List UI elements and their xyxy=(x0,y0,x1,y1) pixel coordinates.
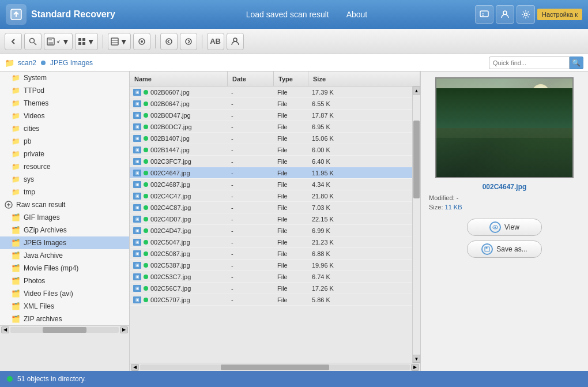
file-list-body[interactable]: ▣ 002B0607.jpg - File 17.39 K ▣ 002B0647… xyxy=(130,87,412,363)
hscroll-thumb[interactable] xyxy=(221,365,329,370)
svg-point-17 xyxy=(166,39,172,44)
sidebar-item-gzip[interactable]: 🗂️ GZip Archives xyxy=(0,224,129,236)
folder-icon-gray: 🗂️ xyxy=(12,277,20,285)
back-button[interactable] xyxy=(5,33,22,50)
account-button[interactable] xyxy=(496,5,514,24)
file-size: 6.74 K xyxy=(308,273,412,280)
profile-button[interactable] xyxy=(227,33,244,50)
scan-button[interactable] xyxy=(133,33,150,50)
file-size: 4.34 K xyxy=(308,181,412,188)
svg-rect-6 xyxy=(48,38,52,40)
sidebar-scroll-track[interactable] xyxy=(10,327,119,333)
sidebar-item-xml[interactable]: 🗂️ XML Files xyxy=(0,300,129,313)
table-row[interactable]: ▣ 002C3FC7.jpg - File 6.40 K xyxy=(130,156,412,167)
table-row[interactable]: ▣ 002C56C7.jpg - File 17.26 K xyxy=(130,283,412,294)
hscroll-right-arrow[interactable]: ▶ xyxy=(411,364,419,371)
file-size: 17.26 K xyxy=(308,285,412,292)
sidebar-item-java[interactable]: 🗂️ Java Archive xyxy=(0,249,129,262)
folder-icon: 📁 xyxy=(12,150,20,158)
load-scan-nav[interactable]: Load saved scan result xyxy=(246,10,329,19)
sidebar-item-jpeg[interactable]: 🗂️ JPEG Images xyxy=(0,236,129,249)
list-view-button[interactable]: ▼ xyxy=(75,33,98,50)
sidebar-item-zip[interactable]: 🗂️ ZIP archives xyxy=(0,313,129,325)
sidebar-item-photos[interactable]: 🗂️ Photos xyxy=(0,275,129,287)
table-row[interactable]: ▣ 002C4C47.jpg - File 21.80 K xyxy=(130,190,412,202)
header: Standard Recovery Load saved scan result… xyxy=(0,0,588,29)
about-nav[interactable]: About xyxy=(346,10,368,19)
col-header-name[interactable]: Name xyxy=(130,72,228,86)
table-row[interactable]: ▣ 002B0647.jpg - File 6.55 K xyxy=(130,98,412,110)
next-button[interactable] xyxy=(180,33,197,50)
sidebar-item-sys[interactable]: 📁 sys xyxy=(0,173,129,186)
table-row[interactable]: ▣ 002C5047.jpg - File 21.23 K xyxy=(130,236,412,248)
col-header-size[interactable]: Size xyxy=(308,72,420,86)
table-row[interactable]: ▣ 002B0DC7.jpg - File 6.95 K xyxy=(130,121,412,133)
save-as-button[interactable]: Save as... xyxy=(467,241,542,258)
table-row[interactable]: ▣ 002C5707.jpg - File 5.86 K xyxy=(130,294,412,306)
sidebar-item-resource[interactable]: 📁 resource xyxy=(0,160,129,173)
table-row[interactable]: ▣ 002C4C87.jpg - File 7.03 K xyxy=(130,202,412,213)
table-row[interactable]: ▣ 002C4687.jpg - File 4.34 K xyxy=(130,179,412,190)
sidebar-item-video-avi[interactable]: 🗂️ Video Files (avi) xyxy=(0,287,129,300)
table-row[interactable]: ▣ 002B1407.jpg - File 15.06 K xyxy=(130,133,412,144)
green-dot xyxy=(144,275,148,279)
file-type: File xyxy=(274,89,308,96)
messages-button[interactable] xyxy=(475,5,493,24)
svg-rect-10 xyxy=(78,42,81,45)
file-type: File xyxy=(274,216,308,223)
sidebar-item-system[interactable]: 📁 System xyxy=(0,72,129,84)
scroll-left-arrow[interactable]: ◀ xyxy=(1,326,9,333)
file-vscrollbar[interactable]: ▲ ▼ xyxy=(412,87,420,363)
svg-point-3 xyxy=(524,13,527,16)
sidebar-scroll-thumb[interactable] xyxy=(43,327,86,333)
file-date: - xyxy=(228,262,274,269)
path-item-jpeg[interactable]: JPEG Images xyxy=(50,59,93,67)
rename-button[interactable]: АВ xyxy=(207,33,224,50)
file-hscrollbar[interactable]: ◀ ▶ xyxy=(130,363,420,371)
vscroll-down-arrow[interactable]: ▼ xyxy=(413,355,420,363)
table-row[interactable]: ▣ 002C4D07.jpg - File 22.15 K xyxy=(130,213,412,225)
vscroll-up-arrow[interactable]: ▲ xyxy=(413,87,420,95)
toolbar: ▼ ▼ ▼ АВ xyxy=(0,29,588,54)
table-row[interactable]: ▣ 002C5387.jpg - File 19.96 K xyxy=(130,260,412,271)
table-row[interactable]: ▣ 002C4647.jpg - File 11.95 K xyxy=(130,167,412,179)
table-row[interactable]: ▣ 002B0D47.jpg - File 17.87 K xyxy=(130,110,412,121)
sidebar-item-cities[interactable]: 📁 cities xyxy=(0,122,129,135)
file-img-icon: ▣ xyxy=(133,135,141,142)
sidebar-item-ttpod[interactable]: 📁 TTPod xyxy=(0,84,129,97)
sidebar-item-private[interactable]: 📁 private xyxy=(0,148,129,160)
file-size: 11.95 K xyxy=(308,170,412,176)
table-row[interactable]: ▣ 002B1447.jpg - File 6.00 K xyxy=(130,144,412,156)
hscroll-left-arrow[interactable]: ◀ xyxy=(131,364,139,371)
sidebar-item-gif[interactable]: 🗂️ GIF Images xyxy=(0,211,129,224)
sidebar-item-tmp[interactable]: 📁 tmp xyxy=(0,186,129,198)
search-button-small[interactable]: 🔍 xyxy=(570,57,583,69)
sidebar-item-themes[interactable]: 📁 Themes xyxy=(0,97,129,110)
scroll-right-arrow[interactable]: ▶ xyxy=(120,326,128,333)
col-header-type[interactable]: Type xyxy=(274,72,308,86)
grid-button[interactable]: ▼ xyxy=(108,33,131,50)
prev-button[interactable] xyxy=(160,33,178,50)
path-item-scan2[interactable]: scan2 xyxy=(18,59,36,67)
sidebar-raw-scan[interactable]: Raw scan result xyxy=(0,198,129,211)
search-button[interactable] xyxy=(24,33,42,50)
file-img-icon: ▣ xyxy=(133,193,141,200)
settings-button[interactable] xyxy=(517,5,535,24)
sidebar-item-videos[interactable]: 📁 Videos xyxy=(0,110,129,122)
green-dot xyxy=(144,298,148,302)
search-input[interactable] xyxy=(489,57,570,69)
vscroll-thumb[interactable] xyxy=(413,121,420,198)
view-button[interactable]: View xyxy=(467,219,542,236)
sidebar-item-pb[interactable]: 📁 pb xyxy=(0,135,129,148)
table-row[interactable]: ▣ 002C4D47.jpg - File 6.99 K xyxy=(130,225,412,236)
save-button[interactable]: ▼ xyxy=(44,33,73,50)
size-value[interactable]: 11 KB xyxy=(445,204,462,211)
table-row[interactable]: ▣ 002B0607.jpg - File 17.39 K xyxy=(130,87,412,98)
col-header-date[interactable]: Date xyxy=(228,72,274,86)
table-row[interactable]: ▣ 002C53C7.jpg - File 6.74 K xyxy=(130,271,412,283)
sidebar-item-movie[interactable]: 🗂️ Movie Files (mp4) xyxy=(0,262,129,275)
file-name: 002B0D47.jpg xyxy=(150,112,191,119)
hscroll-track[interactable] xyxy=(140,365,410,370)
sidebar-hscroll[interactable]: ◀ ▶ xyxy=(0,325,129,333)
table-row[interactable]: ▣ 002C5087.jpg - File 6.88 K xyxy=(130,248,412,260)
